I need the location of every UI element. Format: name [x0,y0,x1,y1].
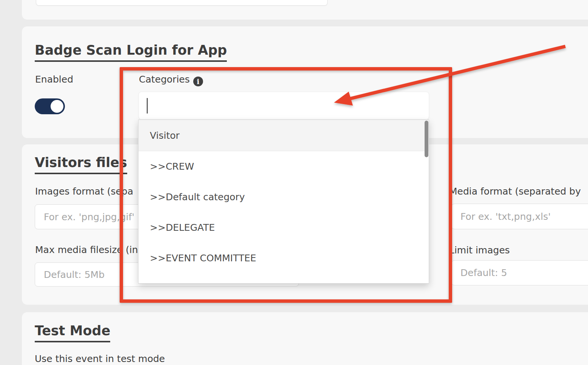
toggle-knob [51,100,63,113]
images-format-label: Images format (sepa [35,186,133,197]
test-mode-description: Use this event in test mode [35,354,165,364]
limit-images-label: Limit images [449,245,510,256]
top-partial-input[interactable] [36,0,328,6]
badge-scan-title: Badge Scan Login for App [35,44,227,62]
visitors-files-title: Visitors files [35,156,127,174]
test-mode-title: Test Mode [35,324,110,342]
enabled-label: Enabled [35,74,73,85]
text-caret [147,98,148,113]
categories-label: Categoriesi [139,74,203,86]
dropdown-scrollbar-thumb[interactable] [425,121,428,157]
categories-dropdown: Visitor >>CREW >>Default category >>DELE… [138,120,429,284]
media-format-input[interactable] [451,204,588,229]
dropdown-option-visitor[interactable]: Visitor [139,120,429,151]
categories-input[interactable] [139,92,429,120]
dropdown-option-crew[interactable]: >>CREW [139,151,429,182]
dropdown-option-delegate[interactable]: >>DELEGATE [139,212,429,243]
max-media-filesize-label: Max media filesize (in [35,245,138,255]
dropdown-option-default-category[interactable]: >>Default category [139,182,429,212]
info-circle-icon[interactable]: i [193,77,203,86]
enabled-toggle[interactable] [35,98,65,114]
limit-images-input[interactable] [451,260,588,285]
dropdown-option-event-committee[interactable]: >>EVENT COMMITTEE [139,243,429,273]
media-format-label: Media format (separated by [449,186,581,197]
